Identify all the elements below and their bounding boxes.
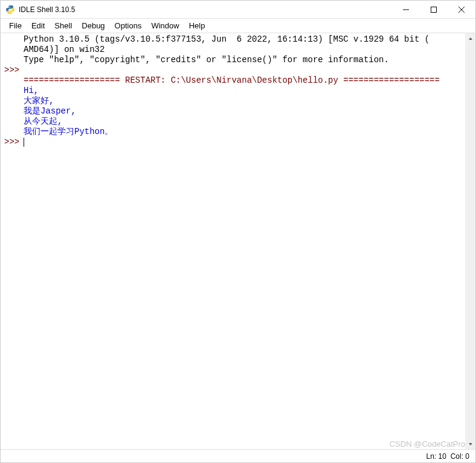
gutter-blank bbox=[4, 45, 9, 54]
window-controls bbox=[392, 1, 475, 18]
menu-help[interactable]: Help bbox=[184, 19, 210, 32]
gutter-blank bbox=[4, 55, 9, 65]
output-line: 从今天起, bbox=[24, 117, 62, 126]
titlebar: IDLE Shell 3.10.5 bbox=[1, 1, 475, 19]
content-area: >>> >>> Python 3.10.5 (tags/v3.10.5:f377… bbox=[1, 33, 475, 449]
gutter-blank bbox=[4, 86, 9, 95]
svg-point-0 bbox=[8, 5, 9, 6]
scroll-track[interactable] bbox=[465, 43, 475, 439]
minimize-button[interactable] bbox=[392, 1, 420, 18]
prompt-gutter: >>> >>> bbox=[1, 33, 21, 449]
gutter-blank bbox=[4, 34, 9, 44]
scroll-up-arrow[interactable] bbox=[465, 33, 475, 43]
menu-shell[interactable]: Shell bbox=[50, 19, 77, 32]
gutter-blank bbox=[4, 127, 9, 136]
shell-editor[interactable]: Python 3.10.5 (tags/v3.10.5:f377153, Jun… bbox=[21, 33, 465, 449]
shell-blank-line bbox=[24, 65, 28, 75]
vertical-scrollbar[interactable] bbox=[465, 33, 475, 449]
shell-header-line: AMD64)] on win32 bbox=[24, 45, 105, 54]
scroll-down-arrow[interactable] bbox=[465, 439, 475, 449]
python-icon bbox=[5, 5, 15, 14]
menu-edit[interactable]: Edit bbox=[27, 19, 50, 32]
menu-debug[interactable]: Debug bbox=[77, 19, 109, 32]
menu-file[interactable]: File bbox=[4, 19, 27, 32]
status-ln-value: 10 bbox=[439, 452, 446, 461]
status-col-value: 0 bbox=[465, 452, 469, 461]
prompt: >>> bbox=[4, 137, 19, 147]
menubar: File Edit Shell Debug Options Window Hel… bbox=[1, 19, 475, 33]
menu-window[interactable]: Window bbox=[146, 19, 184, 32]
idle-window: IDLE Shell 3.10.5 File Edit Shell Debug … bbox=[0, 0, 476, 463]
output-line: 我是Jasper, bbox=[24, 106, 76, 116]
menu-options[interactable]: Options bbox=[110, 19, 147, 32]
prompt: >>> bbox=[4, 65, 19, 75]
statusbar: Ln: 10 Col: 0 bbox=[1, 449, 475, 462]
output-line: 大家好, bbox=[24, 96, 54, 106]
svg-rect-3 bbox=[431, 7, 437, 12]
shell-header-line: Type "help", "copyright", "credits" or "… bbox=[24, 55, 389, 65]
maximize-button[interactable] bbox=[420, 1, 448, 18]
svg-point-1 bbox=[11, 12, 11, 13]
output-line: Hi, bbox=[24, 86, 39, 95]
gutter-blank bbox=[4, 96, 9, 106]
shell-header-line: Python 3.10.5 (tags/v3.10.5:f377153, Jun… bbox=[24, 34, 429, 44]
gutter-blank bbox=[4, 117, 9, 126]
close-button[interactable] bbox=[448, 1, 475, 18]
gutter-blank bbox=[4, 75, 9, 85]
output-line: 我们一起学习Python。 bbox=[24, 127, 113, 136]
status-col-label: Col: bbox=[451, 452, 463, 461]
text-cursor bbox=[24, 138, 24, 147]
gutter-blank bbox=[4, 106, 9, 116]
window-title: IDLE Shell 3.10.5 bbox=[19, 5, 392, 14]
restart-line: =================== RESTART: C:\Users\Ni… bbox=[24, 75, 440, 85]
status-ln-label: Ln: bbox=[426, 452, 437, 461]
